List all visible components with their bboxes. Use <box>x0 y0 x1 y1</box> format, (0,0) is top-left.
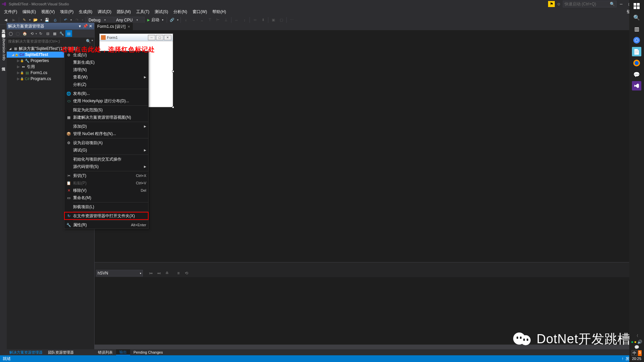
ctx-view[interactable]: 查看(W)▶ <box>64 73 148 81</box>
firefox-icon[interactable] <box>632 58 641 68</box>
tab-pending-changes[interactable]: Pending Changes <box>130 349 166 355</box>
ctx-scope[interactable]: 限定为此范围(S) <box>64 106 148 114</box>
minimize-button[interactable]: ─ <box>617 1 625 7</box>
ctx-rebuild[interactable]: 重新生成(E) <box>64 59 148 66</box>
tab-team-explorer[interactable]: 团队资源管理器 <box>45 349 76 355</box>
tray-notif-icon[interactable]: 💬 <box>634 345 639 350</box>
ctx-source-control[interactable]: 源代码管理(S)▶ <box>64 163 148 170</box>
properties-tab[interactable]: 属性 <box>0 62 7 66</box>
menu-view[interactable]: 视图(V) <box>39 8 57 16</box>
chrome-icon[interactable] <box>632 36 641 45</box>
quick-launch-input[interactable]: 快速启动 (Ctrl+Q) 🔍 <box>563 1 616 7</box>
ctx-init-interactive[interactable]: 初始化与项目的交互式操作 <box>64 156 148 163</box>
output-btn3[interactable]: ≗ <box>164 270 170 277</box>
ime-indicator[interactable]: 中 <box>632 350 637 356</box>
menu-tools[interactable]: 工具(T) <box>133 8 152 16</box>
menu-help[interactable]: 帮助(H) <box>210 8 229 16</box>
output-source-combo[interactable]: hSVN▾ <box>96 270 143 277</box>
toggle-wrap-icon[interactable]: ⟲ <box>183 270 190 277</box>
tab-output[interactable]: 输出 <box>116 349 130 355</box>
tab-solution-explorer[interactable]: 解决方案资源管理器 <box>7 349 45 355</box>
notepad-icon[interactable]: 📄 <box>632 47 641 56</box>
back-icon[interactable]: ◯ <box>7 30 14 37</box>
properties-icon[interactable]: 🔧 <box>58 30 65 37</box>
ctx-new-view[interactable]: ▦新建解决方案资源管理器视图(N) <box>64 114 148 121</box>
solution-search[interactable]: 🔍▾ <box>7 38 94 45</box>
undo-dropdown[interactable]: ▾ <box>70 18 72 21</box>
search-dropdown-icon[interactable]: ▾ <box>92 39 93 44</box>
menu-build[interactable]: 生成(B) <box>76 8 95 16</box>
tab-close-icon[interactable]: ✕ <box>127 25 130 28</box>
ctx-analyze[interactable]: 分析(Z) <box>64 81 148 88</box>
menu-team[interactable]: 团队(M) <box>114 8 133 16</box>
collapse-icon[interactable]: ⊟ <box>44 30 51 37</box>
redo-dropdown[interactable]: ▾ <box>81 18 84 21</box>
output-btn2[interactable]: ≕ <box>156 270 162 277</box>
ctx-debug[interactable]: 调试(G)▶ <box>64 146 148 154</box>
menu-edit[interactable]: 编辑(E) <box>20 8 39 16</box>
ctx-open-folder[interactable]: ↻在文件资源管理器中打开文件夹(X) <box>64 212 148 220</box>
forward-icon[interactable]: ◯ <box>14 30 21 37</box>
expand-icon[interactable]: ◢ <box>11 53 15 56</box>
output-btn1[interactable]: ≔ <box>148 270 154 277</box>
taskbar-expand-icon[interactable]: 〈 <box>635 334 638 338</box>
pin-icon[interactable]: 📌 <box>83 24 88 28</box>
publish-up-icon[interactable]: ↑ <box>622 356 624 361</box>
ctx-cut[interactable]: ✂剪切(T)Ctrl+X <box>64 172 148 179</box>
search-icon[interactable]: 🔍 <box>86 39 91 44</box>
ctx-unload[interactable]: 卸载项目(L) <box>64 203 148 210</box>
menu-test[interactable]: 测试(S) <box>152 8 171 16</box>
solution-search-input[interactable] <box>8 39 85 43</box>
expand-icon[interactable]: ▷ <box>16 65 20 68</box>
ctx-hockeyapp[interactable]: ⬭使用 HockeyApp 进行分布(D)... <box>64 97 148 105</box>
platform-combo[interactable]: Any CPU▾ <box>114 17 145 23</box>
ctx-nuget[interactable]: 📦管理 NuGet 程序包(N)... <box>64 130 148 137</box>
sync-icon[interactable]: ⟲ <box>29 30 35 37</box>
menu-window[interactable]: 窗口(W) <box>190 8 210 16</box>
taskview-icon[interactable]: ▥ <box>632 24 641 34</box>
tray-icon[interactable]: ● <box>634 340 637 344</box>
sogou-icon[interactable]: S <box>638 350 642 356</box>
resize-handle-right[interactable] <box>172 70 174 72</box>
menu-debug[interactable]: 调试(D) <box>95 8 114 16</box>
ctx-clean[interactable]: 清理(N) <box>64 66 148 73</box>
menu-project[interactable]: 项目(P) <box>57 8 76 16</box>
clear-output-icon[interactable]: ≡ <box>175 270 182 277</box>
new-dropdown[interactable]: ▾ <box>29 18 31 21</box>
subversion-info-tab[interactable]: Subversion Info <box>0 33 7 62</box>
menu-analyze[interactable]: 分析(N) <box>171 8 190 16</box>
open-dropdown[interactable]: ▾ <box>40 18 43 21</box>
ctx-rename[interactable]: ▭重命名(M) <box>64 194 148 201</box>
home-icon[interactable]: 🏠 <box>21 30 28 37</box>
feedback-icon[interactable]: ☺ <box>555 1 562 7</box>
windows-start-icon[interactable] <box>632 1 641 11</box>
taskbar-search-icon[interactable]: 🔍 <box>632 13 641 22</box>
ctx-publish[interactable]: 🌐发布(B)... <box>64 90 148 97</box>
panel-dropdown-icon[interactable]: ▾ <box>77 24 82 28</box>
resize-handle-corner[interactable] <box>172 106 174 108</box>
visual-studio-icon[interactable] <box>632 81 641 90</box>
tray-wechat-icon[interactable]: ● <box>631 340 633 344</box>
form-designer[interactable]: Form1 ─ ▢ ✕ <box>95 30 644 111</box>
expand-icon[interactable]: ◢ <box>8 47 12 50</box>
ctx-properties[interactable]: 🔧属性(R)Alt+Enter <box>64 221 148 229</box>
refresh-icon[interactable]: ↻ <box>37 30 44 37</box>
ctx-startup[interactable]: ⚙设为启动项目(A) <box>64 139 148 146</box>
config-combo[interactable]: Debug▾ <box>87 17 114 23</box>
expand-icon[interactable]: ▷ <box>16 59 20 62</box>
server-explorer-tab[interactable]: 服务器资源管理器 <box>0 29 7 33</box>
menu-file[interactable]: 文件(F) <box>1 8 20 16</box>
notification-flag-icon[interactable]: ⚑ <box>548 1 555 7</box>
show-all-icon[interactable]: ▦ <box>51 30 58 37</box>
preview-icon[interactable]: ▤ <box>65 30 72 37</box>
taskbar-clock[interactable]: 20:25 <box>632 357 641 361</box>
ctx-add[interactable]: 添加(D)▶ <box>64 123 148 130</box>
tab-error-list[interactable]: 错误列表 <box>95 349 116 355</box>
doc-tab-form1[interactable]: Form1.cs [设计] ✕ <box>95 23 133 30</box>
panel-close-icon[interactable]: ✕ <box>88 24 93 28</box>
toolbox-tab[interactable]: 工具箱 <box>0 25 7 29</box>
tray-volume-icon[interactable]: 🔊 <box>637 340 642 344</box>
wechat-icon[interactable]: 💬 <box>632 70 641 79</box>
expand-icon[interactable]: ▷ <box>16 71 20 74</box>
ctx-remove[interactable]: ✕移除(V)Del <box>64 187 148 194</box>
